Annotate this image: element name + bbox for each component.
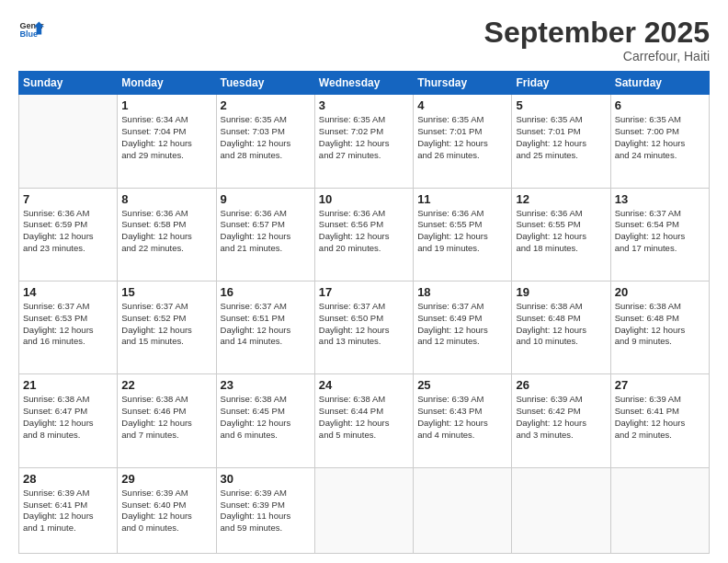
day-number: 28 [23,472,113,486]
day-info: Sunrise: 6:38 AM Sunset: 6:47 PM Dayligh… [23,394,113,441]
table-row: 22Sunrise: 6:38 AM Sunset: 6:46 PM Dayli… [118,374,216,467]
col-saturday: Saturday [610,72,709,95]
day-number: 9 [221,192,311,206]
table-row [610,467,709,553]
calendar-title: September 2025 [484,17,710,49]
table-row: 28Sunrise: 6:39 AM Sunset: 6:41 PM Dayli… [19,467,118,553]
table-row: 19Sunrise: 6:38 AM Sunset: 6:48 PM Dayli… [512,281,610,373]
day-info: Sunrise: 6:36 AM Sunset: 6:55 PM Dayligh… [417,208,507,255]
table-row: 9Sunrise: 6:36 AM Sunset: 6:57 PM Daylig… [216,188,314,281]
day-number: 22 [121,378,211,392]
table-row: 10Sunrise: 6:36 AM Sunset: 6:56 PM Dayli… [314,188,413,281]
day-info: Sunrise: 6:35 AM Sunset: 7:01 PM Dayligh… [516,114,606,161]
table-row: 14Sunrise: 6:37 AM Sunset: 6:53 PM Dayli… [19,281,118,373]
day-number: 19 [516,285,606,299]
calendar-subtitle: Carrefour, Haiti [484,49,710,63]
header: General Blue September 2025 Carrefour, H… [18,17,710,63]
day-number: 30 [221,472,311,486]
day-number: 5 [516,98,606,112]
day-info: Sunrise: 6:35 AM Sunset: 7:02 PM Dayligh… [319,114,409,161]
day-number: 7 [23,192,113,206]
day-number: 14 [23,285,113,299]
table-row: 20Sunrise: 6:38 AM Sunset: 6:48 PM Dayli… [610,281,709,373]
table-row: 8Sunrise: 6:36 AM Sunset: 6:58 PM Daylig… [118,188,216,281]
table-row: 24Sunrise: 6:38 AM Sunset: 6:44 PM Dayli… [314,374,413,467]
day-info: Sunrise: 6:39 AM Sunset: 6:39 PM Dayligh… [221,488,311,534]
col-sunday: Sunday [19,72,118,95]
table-row: 15Sunrise: 6:37 AM Sunset: 6:52 PM Dayli… [118,281,216,373]
table-row: 17Sunrise: 6:37 AM Sunset: 6:50 PM Dayli… [314,281,413,373]
day-info: Sunrise: 6:39 AM Sunset: 6:42 PM Dayligh… [516,394,606,441]
day-info: Sunrise: 6:38 AM Sunset: 6:46 PM Dayligh… [121,394,211,441]
day-info: Sunrise: 6:39 AM Sunset: 6:41 PM Dayligh… [615,394,705,441]
table-row: 5Sunrise: 6:35 AM Sunset: 7:01 PM Daylig… [512,95,610,188]
calendar-table: Sunday Monday Tuesday Wednesday Thursday… [18,71,710,554]
table-row: 30Sunrise: 6:39 AM Sunset: 6:39 PM Dayli… [216,467,314,553]
table-row: 13Sunrise: 6:37 AM Sunset: 6:54 PM Dayli… [610,188,709,281]
day-info: Sunrise: 6:36 AM Sunset: 6:57 PM Dayligh… [221,208,311,255]
table-row: 26Sunrise: 6:39 AM Sunset: 6:42 PM Dayli… [512,374,610,467]
day-number: 12 [516,192,606,206]
day-number: 2 [221,98,311,112]
table-row: 12Sunrise: 6:36 AM Sunset: 6:55 PM Dayli… [512,188,610,281]
day-info: Sunrise: 6:38 AM Sunset: 6:48 PM Dayligh… [516,301,606,348]
table-row: 16Sunrise: 6:37 AM Sunset: 6:51 PM Dayli… [216,281,314,373]
svg-text:Blue: Blue [19,29,38,39]
day-info: Sunrise: 6:37 AM Sunset: 6:50 PM Dayligh… [319,301,409,348]
day-number: 20 [615,285,705,299]
col-wednesday: Wednesday [314,72,413,95]
day-number: 16 [221,285,311,299]
table-row: 1Sunrise: 6:34 AM Sunset: 7:04 PM Daylig… [118,95,216,188]
table-row: 29Sunrise: 6:39 AM Sunset: 6:40 PM Dayli… [118,467,216,553]
day-number: 26 [516,378,606,392]
logo: General Blue [18,17,44,42]
day-info: Sunrise: 6:38 AM Sunset: 6:44 PM Dayligh… [319,394,409,441]
day-number: 3 [319,98,409,112]
col-monday: Monday [118,72,216,95]
table-row [314,467,413,553]
day-info: Sunrise: 6:39 AM Sunset: 6:43 PM Dayligh… [417,394,507,441]
day-info: Sunrise: 6:36 AM Sunset: 6:58 PM Dayligh… [121,208,211,255]
day-number: 10 [319,192,409,206]
day-info: Sunrise: 6:37 AM Sunset: 6:54 PM Dayligh… [615,208,705,255]
day-info: Sunrise: 6:35 AM Sunset: 7:03 PM Dayligh… [221,114,311,161]
day-info: Sunrise: 6:39 AM Sunset: 6:40 PM Dayligh… [121,488,211,534]
day-info: Sunrise: 6:36 AM Sunset: 6:59 PM Dayligh… [23,208,113,255]
day-number: 21 [23,378,113,392]
day-info: Sunrise: 6:37 AM Sunset: 6:51 PM Dayligh… [221,301,311,348]
header-row: Sunday Monday Tuesday Wednesday Thursday… [19,72,710,95]
day-info: Sunrise: 6:38 AM Sunset: 6:48 PM Dayligh… [615,301,705,348]
day-number: 13 [615,192,705,206]
table-row: 6Sunrise: 6:35 AM Sunset: 7:00 PM Daylig… [610,95,709,188]
day-info: Sunrise: 6:37 AM Sunset: 6:49 PM Dayligh… [417,301,507,348]
day-number: 23 [221,378,311,392]
calendar-page: General Blue September 2025 Carrefour, H… [0,0,728,563]
day-number: 15 [121,285,211,299]
day-number: 29 [121,472,211,486]
day-number: 1 [121,98,211,112]
day-number: 8 [121,192,211,206]
day-info: Sunrise: 6:37 AM Sunset: 6:53 PM Dayligh… [23,301,113,348]
table-row: 7Sunrise: 6:36 AM Sunset: 6:59 PM Daylig… [19,188,118,281]
day-info: Sunrise: 6:38 AM Sunset: 6:45 PM Dayligh… [221,394,311,441]
col-tuesday: Tuesday [216,72,314,95]
table-row: 18Sunrise: 6:37 AM Sunset: 6:49 PM Dayli… [414,281,512,373]
table-row: 3Sunrise: 6:35 AM Sunset: 7:02 PM Daylig… [314,95,413,188]
table-row: 23Sunrise: 6:38 AM Sunset: 6:45 PM Dayli… [216,374,314,467]
logo-icon: General Blue [18,17,44,42]
table-row: 21Sunrise: 6:38 AM Sunset: 6:47 PM Dayli… [19,374,118,467]
day-number: 17 [319,285,409,299]
col-friday: Friday [512,72,610,95]
table-row [512,467,610,553]
table-row [19,95,118,188]
table-row: 2Sunrise: 6:35 AM Sunset: 7:03 PM Daylig… [216,95,314,188]
day-number: 18 [417,285,507,299]
day-number: 24 [319,378,409,392]
table-row: 27Sunrise: 6:39 AM Sunset: 6:41 PM Dayli… [610,374,709,467]
day-info: Sunrise: 6:35 AM Sunset: 7:00 PM Dayligh… [615,114,705,161]
table-row [414,467,512,553]
table-row: 11Sunrise: 6:36 AM Sunset: 6:55 PM Dayli… [414,188,512,281]
day-info: Sunrise: 6:34 AM Sunset: 7:04 PM Dayligh… [121,114,211,161]
day-info: Sunrise: 6:36 AM Sunset: 6:56 PM Dayligh… [319,208,409,255]
day-info: Sunrise: 6:37 AM Sunset: 6:52 PM Dayligh… [121,301,211,348]
